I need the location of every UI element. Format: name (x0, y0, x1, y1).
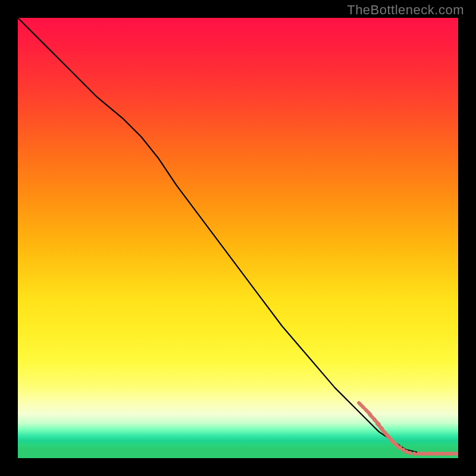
data-point (456, 451, 459, 456)
data-point (412, 452, 416, 456)
bottleneck-curve (18, 18, 458, 454)
chart-overlay (18, 18, 458, 458)
data-point (408, 451, 412, 455)
data-point (359, 403, 364, 408)
plot-area (18, 18, 458, 458)
data-point-group (359, 403, 458, 456)
chart-frame: TheBottleneck.com (0, 0, 476, 476)
watermark-text: TheBottleneck.com (347, 2, 464, 18)
